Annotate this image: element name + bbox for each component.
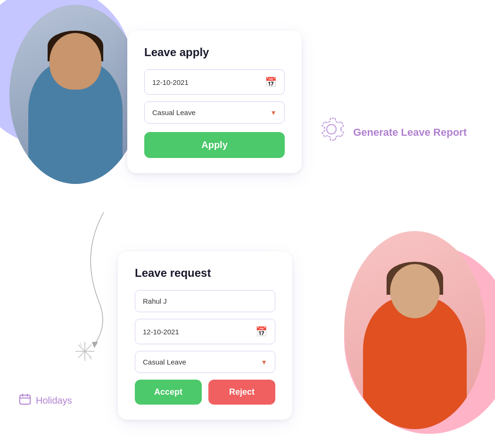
accept-button[interactable]: Accept (135, 380, 202, 405)
female-person-avatar (344, 231, 486, 429)
gear-icon (315, 113, 347, 152)
request-action-buttons: Accept Reject (135, 380, 275, 405)
male-head (50, 33, 101, 90)
female-head (390, 264, 440, 318)
svg-line-5 (80, 343, 82, 346)
apply-dropdown-arrow: ▼ (270, 109, 277, 116)
leave-apply-title: Leave apply (144, 46, 285, 59)
generate-leave-report[interactable]: Generate Leave Report (315, 113, 467, 152)
apply-button[interactable]: Apply (144, 132, 285, 158)
apply-date-field[interactable]: 12-10-2021 📅 (144, 69, 285, 95)
reject-button[interactable]: Reject (208, 380, 275, 405)
request-date-field[interactable]: 12-10-2021 📅 (135, 319, 275, 344)
request-dropdown-arrow: ▼ (261, 358, 267, 366)
leave-apply-card: Leave apply 12-10-2021 📅 Casual Leave ▼ … (127, 31, 302, 173)
leave-request-card: Leave request Rahul J 12-10-2021 📅 Casua… (118, 251, 292, 420)
apply-date-value: 12-10-2021 (152, 78, 189, 86)
holidays-calendar-icon (19, 393, 31, 408)
spark-decoration (73, 340, 97, 367)
employee-name-value: Rahul J (143, 297, 167, 305)
request-leave-type-value: Casual Leave (143, 358, 186, 366)
apply-leave-type-value: Casual Leave (152, 108, 196, 116)
holidays-label: Holidays (36, 395, 72, 406)
generate-report-label: Generate Leave Report (353, 126, 467, 139)
leave-request-title: Leave request (135, 266, 275, 280)
holidays-link[interactable]: Holidays (19, 393, 72, 408)
request-date-value: 12-10-2021 (143, 328, 179, 336)
apply-leave-type-dropdown[interactable]: Casual Leave ▼ (144, 101, 285, 124)
apply-calendar-icon: 📅 (265, 76, 277, 88)
request-calendar-icon: 📅 (256, 326, 267, 337)
svg-rect-7 (20, 395, 30, 404)
employee-name-field[interactable]: Rahul J (135, 290, 275, 312)
curved-arrow-decoration (75, 207, 123, 351)
request-leave-type-dropdown[interactable]: Casual Leave ▼ (135, 351, 275, 373)
male-person-avatar (9, 5, 141, 184)
